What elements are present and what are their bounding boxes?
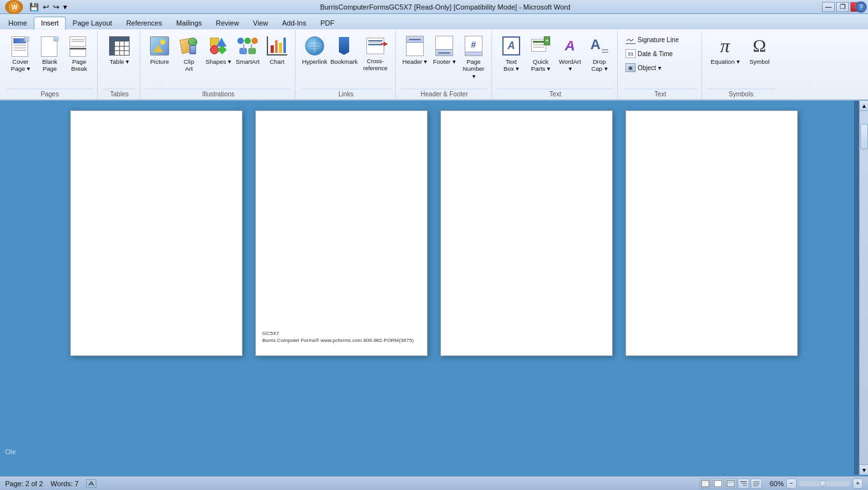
page-number-label: PageNumber ▾ <box>461 58 486 80</box>
undo-button[interactable]: ↩ <box>41 2 50 12</box>
view-icons <box>700 479 762 489</box>
blank-page-icon <box>41 34 59 57</box>
restore-button[interactable]: ❐ <box>836 2 849 12</box>
help-button[interactable]: ? <box>855 1 867 13</box>
object-button[interactable]: ▣ Object ▾ <box>623 61 682 74</box>
symbols-group-items: π Equation ▾ Ω Symbol <box>707 32 775 89</box>
tab-view[interactable]: View <box>246 17 275 29</box>
clip-art-label: ClipArt <box>184 58 194 73</box>
zoom-thumb[interactable] <box>819 480 826 487</box>
bookmark-button[interactable]: Bookmark <box>330 33 358 66</box>
ribbon-group-symbols: π Equation ▾ Ω Symbol Symbols <box>703 31 779 100</box>
document-area: GC5X7 Burris Computer Forms® www.pcforms… <box>0 101 868 475</box>
ribbon-group-illustrations: Picture ClipArt <box>142 31 296 100</box>
page-number-button[interactable]: # PageNumber ▾ <box>460 33 488 81</box>
signature-line-icon <box>625 35 636 44</box>
tab-review[interactable]: Review <box>209 17 246 29</box>
drop-cap-button[interactable]: A DropCap ▾ <box>585 33 613 74</box>
page-break-button[interactable]: PageBreak <box>65 33 93 74</box>
word-art-button[interactable]: A WordArt ▾ <box>556 33 584 74</box>
shapes-button[interactable]: Shapes ▾ <box>204 33 232 66</box>
word-count: Words: 7 <box>50 480 79 487</box>
page-break-icon <box>70 34 89 57</box>
zoom-in-button[interactable]: + <box>853 479 863 489</box>
ole-text: Ole <box>5 448 16 456</box>
svg-rect-7 <box>727 480 735 487</box>
page-break-label: PageBreak <box>71 58 87 73</box>
scroll-down-button[interactable]: ▼ <box>860 464 868 475</box>
sig-date-obj-col: Signature Line 31 Date & Time ▣ Object ▾ <box>623 33 682 74</box>
quick-parts-button[interactable]: + QuickParts ▾ <box>527 33 555 74</box>
cover-page-button[interactable]: CoverPage ▾ <box>6 33 34 74</box>
chart-icon <box>267 34 287 57</box>
cross-reference-icon <box>365 34 385 57</box>
picture-button[interactable]: Picture <box>146 33 174 66</box>
hyperlink-label: Hyperlink <box>302 58 327 65</box>
zoom-slider[interactable] <box>799 481 850 486</box>
object-label: Object ▾ <box>638 64 661 71</box>
illustrations-group-label: Illustrations <box>146 89 291 100</box>
status-right: 60% − + <box>700 479 863 489</box>
svg-rect-6 <box>714 480 722 487</box>
object-icon: ▣ <box>625 63 636 72</box>
symbol-button[interactable]: Ω Symbol <box>744 33 775 66</box>
tab-mailings[interactable]: Mailings <box>169 17 209 29</box>
signature-line-button[interactable]: Signature Line <box>623 33 682 46</box>
clip-art-button[interactable]: ClipArt <box>175 33 203 74</box>
scroll-thumb[interactable] <box>860 124 868 149</box>
header-button[interactable]: Header ▾ <box>401 33 429 66</box>
smartart-icon <box>237 34 258 57</box>
tab-pagelayout[interactable]: Page Layout <box>66 17 119 29</box>
save-button[interactable]: 💾 <box>28 2 40 12</box>
signature-line-label: Signature Line <box>638 36 679 43</box>
chart-button[interactable]: Chart <box>263 33 291 66</box>
tab-pdf[interactable]: PDF <box>313 17 341 29</box>
symbols-group-label: Symbols <box>707 89 775 100</box>
date-time-label: Date & Time <box>638 50 673 57</box>
page-number-icon: # <box>465 34 483 57</box>
minimize-button[interactable]: — <box>822 2 835 12</box>
ribbon: CoverPage ▾ BlankPage <box>0 29 868 101</box>
links-group-items: Hyperlink Bookmark <box>301 32 391 89</box>
word-art-icon: A <box>560 34 580 57</box>
text-group-items: A TextBox ▾ + <box>497 32 613 89</box>
quick-parts-label: QuickParts ▾ <box>531 58 550 73</box>
shapes-label: Shapes ▾ <box>206 58 231 65</box>
cross-reference-button[interactable]: Cross-reference <box>359 33 391 73</box>
spell-check-icon[interactable] <box>86 479 96 488</box>
smartart-button[interactable]: SmartArt <box>234 33 262 66</box>
office-button[interactable]: W <box>5 0 23 14</box>
tab-home[interactable]: Home <box>1 17 34 29</box>
hyperlink-icon <box>304 34 325 57</box>
print-layout-view-button[interactable] <box>700 479 711 489</box>
tab-insert[interactable]: Insert <box>34 17 66 30</box>
picture-icon <box>150 34 169 57</box>
text-box-label: TextBox ▾ <box>504 58 519 73</box>
tables-group-label: Tables <box>103 89 136 100</box>
full-screen-view-button[interactable] <box>712 479 724 489</box>
page-3 <box>440 110 613 356</box>
date-time-button[interactable]: 31 Date & Time <box>623 47 682 60</box>
blank-page-button[interactable]: BlankPage <box>36 33 64 74</box>
footer-button[interactable]: Footer ▾ <box>430 33 458 66</box>
table-button[interactable]: Table ▾ <box>103 33 136 66</box>
text-box-button[interactable]: A TextBox ▾ <box>497 33 525 74</box>
redo-button[interactable]: ↪ <box>52 2 61 12</box>
footer-label: Footer ▾ <box>433 58 455 65</box>
outline-view-button[interactable] <box>738 479 749 489</box>
web-layout-view-button[interactable] <box>725 479 737 489</box>
equation-button[interactable]: π Equation ▾ <box>707 33 743 66</box>
window-title: BurrisComputerFormsGC5X7 [Read-Only] [Co… <box>68 3 822 11</box>
text-box-icon: A <box>502 34 520 57</box>
draft-view-button[interactable] <box>751 479 762 489</box>
customize-quick-access-button[interactable]: ▾ <box>62 2 68 12</box>
tab-addins[interactable]: Add-Ins <box>275 17 313 29</box>
word-art-label: WordArt ▾ <box>557 58 583 73</box>
hyperlink-button[interactable]: Hyperlink <box>301 33 329 66</box>
page-footer: GC5X7 Burris Computer Forms® www.pcforms… <box>262 330 414 344</box>
text2-group-label: Text <box>623 89 698 100</box>
vertical-scrollbar[interactable]: ▲ ▼ <box>859 101 868 475</box>
tab-references[interactable]: References <box>119 17 169 29</box>
scroll-up-button[interactable]: ▲ <box>860 101 868 111</box>
zoom-out-button[interactable]: − <box>786 479 797 489</box>
